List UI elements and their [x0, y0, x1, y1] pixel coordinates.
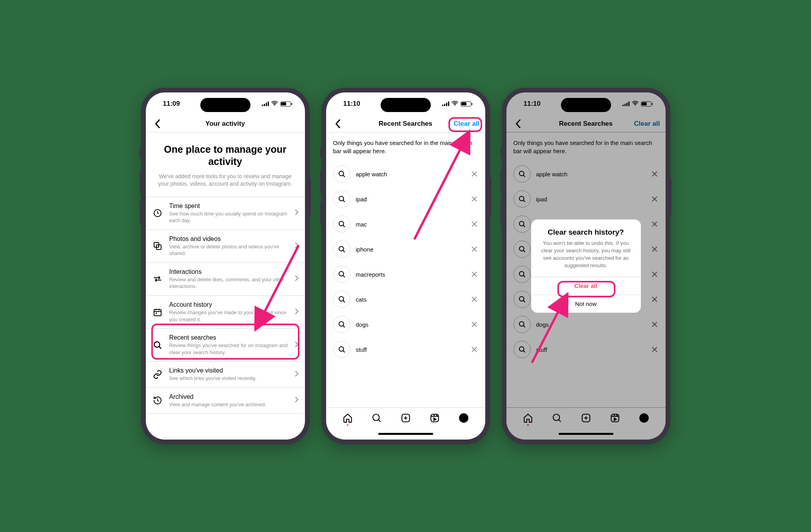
search-row[interactable]: cats: [333, 287, 478, 312]
tab-search: [552, 413, 562, 423]
tab-home: [523, 413, 533, 423]
search-row: ipad: [513, 186, 659, 212]
search-row[interactable]: dogs: [333, 312, 478, 337]
nav-header: Recent Searches Clear all: [506, 115, 666, 132]
search-icon: [333, 341, 350, 358]
battery-icon: [461, 101, 471, 107]
search-row[interactable]: macreports: [333, 262, 478, 287]
search-row: apple watch: [513, 161, 659, 186]
tab-home[interactable]: [342, 413, 353, 423]
nav-header: Recent Searches Clear all: [326, 115, 485, 132]
search-icon: [333, 266, 350, 283]
back-button[interactable]: [513, 118, 524, 129]
menu-interactions[interactable]: InteractionsReview and delete likes, com…: [146, 263, 305, 296]
search-row[interactable]: apple watch: [333, 161, 478, 186]
svg-point-12: [339, 297, 343, 301]
search-row: dogs: [513, 312, 659, 337]
search-row[interactable]: stuff: [333, 337, 478, 362]
arrows-icon: [152, 273, 163, 284]
svg-point-28: [553, 414, 559, 420]
dialog-cancel-button[interactable]: Not now: [531, 295, 641, 313]
tab-create: [581, 413, 591, 423]
confirm-dialog: Clear search history? You won't be able …: [531, 219, 641, 313]
phone-1: 11:09 Your activity One place to manage …: [141, 88, 310, 444]
info-text: Only things you have searched for in the…: [506, 132, 666, 161]
search-icon: [513, 266, 531, 283]
tab-search[interactable]: [371, 413, 382, 423]
svg-point-10: [339, 246, 343, 251]
tab-profile[interactable]: [458, 413, 469, 423]
svg-point-13: [339, 322, 343, 326]
dialog-body: You won't be able to undo this. If you c…: [539, 240, 633, 270]
hero-section: One place to manage your activity We've …: [146, 132, 305, 197]
menu-archived[interactable]: ArchivedView and manage content you've a…: [146, 388, 305, 414]
search-icon: [152, 340, 163, 351]
search-row[interactable]: ipad: [333, 186, 478, 212]
remove-icon: [651, 295, 659, 303]
chevron-right-icon: [295, 396, 299, 404]
remove-icon[interactable]: [470, 245, 478, 253]
menu-photos-videos[interactable]: Photos and videosView, archive or delete…: [146, 230, 305, 263]
chevron-right-icon: [295, 242, 299, 250]
cellular-icon: [622, 101, 630, 106]
remove-icon: [651, 346, 659, 353]
menu-time-spent[interactable]: Time spentSee how much time you usually …: [146, 197, 305, 230]
search-row: stuff: [513, 337, 659, 362]
chevron-right-icon: [295, 275, 299, 283]
remove-icon[interactable]: [470, 320, 478, 328]
dialog-clear-button[interactable]: Clear all: [531, 277, 641, 295]
svg-point-22: [519, 221, 524, 226]
nav-header: Your activity: [146, 115, 305, 132]
search-icon: [333, 291, 350, 308]
search-icon: [333, 165, 350, 183]
clear-all-button[interactable]: Clear all: [454, 120, 479, 128]
menu-recent-searches[interactable]: Recent searchesReview things you've sear…: [146, 329, 305, 362]
remove-icon: [651, 270, 659, 278]
svg-rect-3: [154, 309, 161, 316]
dynamic-island: [381, 98, 431, 112]
tab-reels: [610, 413, 620, 423]
remove-icon: [651, 170, 659, 178]
svg-point-31: [639, 413, 649, 423]
svg-point-21: [519, 196, 524, 201]
page-title: Your activity: [205, 120, 245, 128]
tab-create[interactable]: [400, 413, 411, 423]
page-title: Recent Searches: [379, 120, 432, 128]
search-icon: [333, 316, 350, 333]
menu-account-history[interactable]: Account historyReview changes you've mad…: [146, 296, 305, 329]
dynamic-island: [561, 98, 611, 112]
svg-point-5: [154, 342, 160, 347]
svg-rect-30: [611, 414, 619, 422]
back-button[interactable]: [332, 118, 343, 129]
search-row[interactable]: iphone: [333, 237, 478, 262]
search-icon: [333, 215, 350, 233]
clear-all-button[interactable]: Clear all: [634, 120, 660, 128]
back-button[interactable]: [152, 118, 163, 129]
svg-point-27: [519, 347, 524, 351]
search-icon: [513, 316, 531, 333]
remove-icon[interactable]: [470, 195, 478, 203]
remove-icon[interactable]: [470, 170, 478, 178]
battery-icon: [280, 101, 291, 107]
dynamic-island: [200, 98, 250, 112]
menu-links-visited[interactable]: Links you've visitedSee which links you'…: [146, 362, 305, 388]
remove-icon[interactable]: [470, 295, 478, 303]
remove-icon[interactable]: [470, 220, 478, 228]
svg-point-11: [339, 271, 343, 276]
photos-icon: [152, 241, 163, 252]
svg-rect-17: [431, 414, 439, 422]
wifi-icon: [452, 100, 458, 108]
tab-bar: [326, 407, 485, 428]
status-time: 11:10: [343, 100, 360, 108]
svg-point-14: [339, 347, 343, 351]
remove-icon[interactable]: [470, 346, 478, 353]
search-list: apple watch ipad mac iphone macreports: [326, 161, 485, 362]
remove-icon: [651, 195, 659, 203]
search-row[interactable]: mac: [333, 212, 478, 237]
tab-reels[interactable]: [429, 413, 440, 423]
wifi-icon: [271, 100, 278, 108]
tab-profile: [639, 413, 650, 423]
remove-icon[interactable]: [470, 270, 478, 278]
remove-icon: [651, 220, 659, 228]
search-icon: [513, 215, 531, 233]
